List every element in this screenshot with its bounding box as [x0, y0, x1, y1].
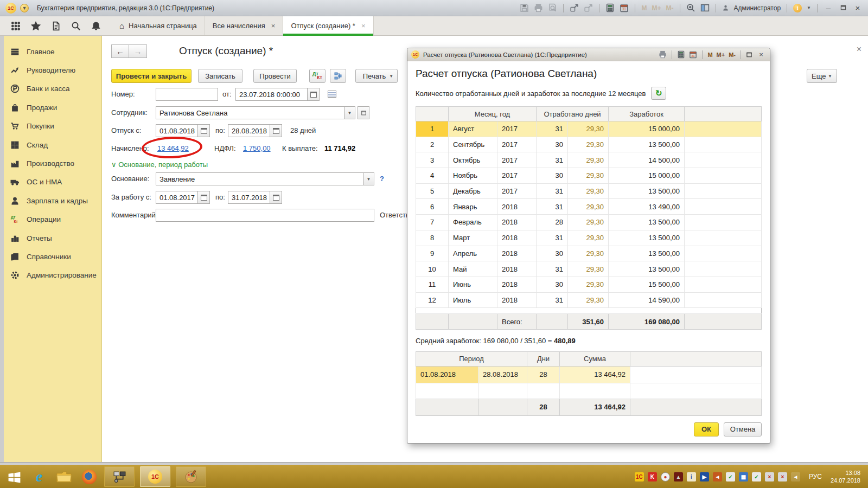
earnings-row[interactable]: 1Август20173129,3015 000,00 [416, 121, 762, 137]
cell-row-number[interactable]: 7 [416, 215, 449, 230]
more-button[interactable]: Еще ▼ [807, 69, 837, 83]
doc-date-input[interactable]: 23.07.2018 0:00:00 [235, 88, 308, 101]
cell-earnings[interactable]: 14 590,00 [609, 292, 685, 308]
tray-antivirus-icon[interactable]: K [648, 472, 657, 481]
vacation-from-input[interactable]: 01.08.2018 [156, 124, 198, 137]
cell-avg-days[interactable]: 29,30 [568, 168, 609, 184]
panels-icon[interactable] [700, 3, 710, 12]
cell-avg-days[interactable]: 29,30 [568, 246, 609, 261]
cell-month[interactable]: Июнь [449, 277, 497, 292]
go-link-icon[interactable] [584, 3, 593, 12]
work-from-input[interactable]: 01.08.2017 [156, 191, 198, 204]
tray-info-icon[interactable]: i [687, 472, 696, 481]
accrued-amount-link[interactable]: 13 464,92 [157, 144, 189, 152]
cell-row-number[interactable]: 12 [416, 292, 449, 308]
info-button[interactable]: i [793, 4, 802, 12]
sidebar-item-manager[interactable]: Руководителю [4, 61, 101, 79]
cell-year[interactable]: 2017 [497, 121, 537, 137]
sidebar-item-directories[interactable]: Справочники [4, 247, 101, 266]
vacation-to-input[interactable]: 28.08.2018 [228, 124, 270, 137]
work-to-calendar-button[interactable] [270, 191, 282, 204]
info-dropdown-icon[interactable]: ▼ [807, 5, 811, 10]
cell-month[interactable]: Август [449, 121, 497, 137]
print-button[interactable]: Печать ▼ [355, 69, 398, 83]
cell-avg-days[interactable]: 29,30 [568, 152, 609, 168]
zoom-icon[interactable] [686, 3, 695, 12]
cell-year[interactable]: 2018 [497, 261, 537, 277]
earnings-row[interactable]: 5Декабрь20173129,3013 500,00 [416, 183, 762, 199]
taskbar-ie-icon[interactable]: e [29, 467, 49, 486]
taskbar-remote-app[interactable] [104, 466, 135, 487]
cell-row-number[interactable]: 4 [416, 168, 449, 184]
employee-dropdown-button[interactable]: ▼ [344, 106, 355, 119]
basis-dropdown-button[interactable]: ▼ [363, 172, 374, 185]
close-button[interactable]: × [853, 4, 863, 12]
work-from-calendar-button[interactable] [198, 191, 210, 204]
cell-filler[interactable] [685, 183, 762, 199]
cell-month[interactable]: Март [449, 230, 497, 246]
cell-days-worked[interactable]: 30 [537, 246, 568, 261]
memory-plus-button[interactable]: M+ [717, 52, 725, 58]
cell-avg-days[interactable]: 29,30 [568, 121, 609, 137]
get-link-icon[interactable] [570, 3, 579, 12]
cell-row-number[interactable]: 6 [416, 199, 449, 215]
cell-row-number[interactable]: 1 [416, 121, 449, 137]
earnings-row[interactable]: 8Март20183129,3013 500,00 [416, 230, 762, 246]
cell-row-number[interactable]: 2 [416, 137, 449, 152]
section-toggle[interactable]: ∨ Основание, период работы [111, 160, 208, 169]
tray-agent-icon[interactable]: ▶ [700, 472, 709, 481]
cell-filler[interactable] [685, 137, 762, 152]
cell-earnings[interactable]: 13 490,00 [609, 199, 685, 215]
cell-filler[interactable] [685, 121, 762, 137]
basis-input[interactable]: Заявление [156, 172, 363, 185]
ndfl-amount-link[interactable]: 1 750,00 [243, 144, 271, 152]
calendar-icon[interactable] [620, 3, 629, 12]
cell-avg-days[interactable]: 29,30 [568, 215, 609, 230]
taskbar-firefox-icon[interactable] [79, 467, 99, 486]
form-close-icon[interactable]: × [857, 44, 861, 54]
sidebar-item-salary-hr[interactable]: Зарплата и кадры [4, 191, 101, 210]
earnings-row[interactable]: 3Октябрь20173129,3014 500,00 [416, 152, 762, 168]
cell-days-worked[interactable]: 30 [537, 137, 568, 152]
tab-home[interactable]: ⌂ Начальная страница [112, 16, 205, 35]
cell-days-worked[interactable]: 31 [537, 152, 568, 168]
employee-open-button[interactable] [358, 106, 369, 119]
sidebar-item-reports[interactable]: Отчеты [4, 229, 101, 247]
tab-close-icon[interactable]: × [361, 22, 366, 30]
post-button[interactable]: Провести [253, 69, 297, 83]
cell-filler[interactable] [685, 199, 762, 215]
cell-row-number[interactable]: 3 [416, 152, 449, 168]
cell-days-worked[interactable]: 31 [537, 199, 568, 215]
cell-row-number[interactable]: 9 [416, 246, 449, 261]
cell-row-number[interactable]: 10 [416, 261, 449, 277]
tray-volume-icon[interactable]: ◄ [791, 472, 800, 481]
cell-month[interactable]: Июль [449, 292, 497, 308]
cell-year[interactable]: 2018 [497, 277, 537, 292]
cell-days-worked[interactable]: 31 [537, 121, 568, 137]
forward-button[interactable]: → [129, 44, 147, 58]
help-link[interactable]: ? [380, 175, 384, 183]
favorites-star-icon[interactable] [31, 21, 41, 31]
sidebar-item-main[interactable]: Главное [4, 42, 101, 61]
cell-row-number[interactable]: 11 [416, 277, 449, 292]
memory-minus-button[interactable]: M- [729, 52, 736, 58]
cell-filler[interactable] [685, 292, 762, 308]
cell-earnings[interactable]: 13 500,00 [609, 246, 685, 261]
cell-filler[interactable] [685, 230, 762, 246]
print-icon[interactable] [534, 3, 543, 12]
tab-vacation-create[interactable]: Отпуск (создание) * × [283, 16, 373, 35]
cell-days-worked[interactable]: 30 [537, 168, 568, 184]
taskbar-clock[interactable]: 13:08 24.07.2018 [831, 469, 860, 485]
save-icon[interactable] [520, 3, 529, 12]
cell-year[interactable]: 2017 [497, 137, 537, 152]
cell-days-worked[interactable]: 31 [537, 183, 568, 199]
cell-earnings[interactable]: 13 500,00 [609, 215, 685, 230]
tray-1c-icon[interactable]: 1С [635, 472, 644, 481]
calculator-icon[interactable] [677, 50, 685, 59]
cell-year[interactable]: 2018 [497, 292, 537, 308]
memory-recall-button[interactable]: M [707, 52, 712, 58]
cell-days-worked[interactable]: 31 [537, 292, 568, 308]
cell-days-worked[interactable]: 30 [537, 277, 568, 292]
list-choice-icon[interactable] [328, 91, 336, 98]
earnings-row[interactable]: 4Ноябрь20173029,3015 000,00 [416, 168, 762, 184]
